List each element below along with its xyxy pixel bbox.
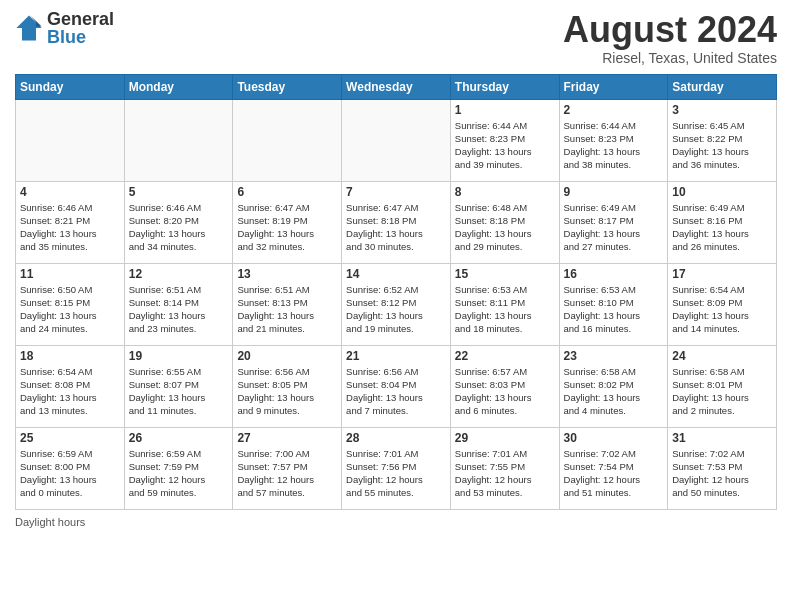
calendar-subtitle: Riesel, Texas, United States (563, 50, 777, 66)
day-number: 17 (672, 267, 772, 281)
calendar-cell: 6Sunrise: 6:47 AM Sunset: 8:19 PM Daylig… (233, 181, 342, 263)
calendar-cell: 27Sunrise: 7:00 AM Sunset: 7:57 PM Dayli… (233, 427, 342, 509)
calendar-cell: 11Sunrise: 6:50 AM Sunset: 8:15 PM Dayli… (16, 263, 125, 345)
calendar-cell: 28Sunrise: 7:01 AM Sunset: 7:56 PM Dayli… (342, 427, 451, 509)
day-number: 1 (455, 103, 555, 117)
calendar-cell (124, 99, 233, 181)
calendar-cell: 22Sunrise: 6:57 AM Sunset: 8:03 PM Dayli… (450, 345, 559, 427)
day-header-sunday: Sunday (16, 74, 125, 99)
day-header-friday: Friday (559, 74, 668, 99)
calendar-cell: 12Sunrise: 6:51 AM Sunset: 8:14 PM Dayli… (124, 263, 233, 345)
day-info: Sunrise: 6:50 AM Sunset: 8:15 PM Dayligh… (20, 283, 120, 336)
calendar-cell (16, 99, 125, 181)
day-info: Sunrise: 7:02 AM Sunset: 7:54 PM Dayligh… (564, 447, 664, 500)
daylight-label: Daylight hours (15, 516, 85, 528)
day-header-row: SundayMondayTuesdayWednesdayThursdayFrid… (16, 74, 777, 99)
logo-icon (15, 14, 43, 42)
svg-marker-0 (16, 15, 41, 40)
calendar-title: August 2024 (563, 10, 777, 50)
header: General Blue August 2024 Riesel, Texas, … (15, 10, 777, 66)
calendar-cell: 1Sunrise: 6:44 AM Sunset: 8:23 PM Daylig… (450, 99, 559, 181)
calendar-cell: 17Sunrise: 6:54 AM Sunset: 8:09 PM Dayli… (668, 263, 777, 345)
day-info: Sunrise: 6:57 AM Sunset: 8:03 PM Dayligh… (455, 365, 555, 418)
day-number: 19 (129, 349, 229, 363)
calendar-cell: 7Sunrise: 6:47 AM Sunset: 8:18 PM Daylig… (342, 181, 451, 263)
day-info: Sunrise: 6:56 AM Sunset: 8:05 PM Dayligh… (237, 365, 337, 418)
week-row-4: 18Sunrise: 6:54 AM Sunset: 8:08 PM Dayli… (16, 345, 777, 427)
week-row-5: 25Sunrise: 6:59 AM Sunset: 8:00 PM Dayli… (16, 427, 777, 509)
day-number: 24 (672, 349, 772, 363)
day-info: Sunrise: 6:59 AM Sunset: 7:59 PM Dayligh… (129, 447, 229, 500)
day-number: 26 (129, 431, 229, 445)
day-info: Sunrise: 6:47 AM Sunset: 8:18 PM Dayligh… (346, 201, 446, 254)
day-info: Sunrise: 6:54 AM Sunset: 8:08 PM Dayligh… (20, 365, 120, 418)
week-row-3: 11Sunrise: 6:50 AM Sunset: 8:15 PM Dayli… (16, 263, 777, 345)
calendar-cell: 9Sunrise: 6:49 AM Sunset: 8:17 PM Daylig… (559, 181, 668, 263)
logo-blue-text: Blue (47, 28, 114, 46)
day-info: Sunrise: 6:59 AM Sunset: 8:00 PM Dayligh… (20, 447, 120, 500)
calendar-cell: 31Sunrise: 7:02 AM Sunset: 7:53 PM Dayli… (668, 427, 777, 509)
page: General Blue August 2024 Riesel, Texas, … (0, 0, 792, 612)
calendar-cell: 3Sunrise: 6:45 AM Sunset: 8:22 PM Daylig… (668, 99, 777, 181)
calendar-cell: 18Sunrise: 6:54 AM Sunset: 8:08 PM Dayli… (16, 345, 125, 427)
calendar-cell: 20Sunrise: 6:56 AM Sunset: 8:05 PM Dayli… (233, 345, 342, 427)
day-info: Sunrise: 6:46 AM Sunset: 8:21 PM Dayligh… (20, 201, 120, 254)
day-info: Sunrise: 6:51 AM Sunset: 8:14 PM Dayligh… (129, 283, 229, 336)
day-number: 5 (129, 185, 229, 199)
calendar-cell: 15Sunrise: 6:53 AM Sunset: 8:11 PM Dayli… (450, 263, 559, 345)
day-number: 14 (346, 267, 446, 281)
day-info: Sunrise: 6:44 AM Sunset: 8:23 PM Dayligh… (564, 119, 664, 172)
day-number: 22 (455, 349, 555, 363)
day-info: Sunrise: 6:56 AM Sunset: 8:04 PM Dayligh… (346, 365, 446, 418)
day-number: 28 (346, 431, 446, 445)
day-number: 15 (455, 267, 555, 281)
calendar-cell: 30Sunrise: 7:02 AM Sunset: 7:54 PM Dayli… (559, 427, 668, 509)
day-number: 8 (455, 185, 555, 199)
day-info: Sunrise: 6:53 AM Sunset: 8:10 PM Dayligh… (564, 283, 664, 336)
calendar-cell: 19Sunrise: 6:55 AM Sunset: 8:07 PM Dayli… (124, 345, 233, 427)
day-header-saturday: Saturday (668, 74, 777, 99)
calendar-cell: 8Sunrise: 6:48 AM Sunset: 8:18 PM Daylig… (450, 181, 559, 263)
day-number: 7 (346, 185, 446, 199)
logo: General Blue (15, 10, 114, 46)
footer: Daylight hours (15, 516, 777, 528)
calendar-cell: 14Sunrise: 6:52 AM Sunset: 8:12 PM Dayli… (342, 263, 451, 345)
day-number: 10 (672, 185, 772, 199)
day-header-thursday: Thursday (450, 74, 559, 99)
day-number: 30 (564, 431, 664, 445)
logo-text: General Blue (47, 10, 114, 46)
day-info: Sunrise: 7:02 AM Sunset: 7:53 PM Dayligh… (672, 447, 772, 500)
day-number: 18 (20, 349, 120, 363)
day-number: 29 (455, 431, 555, 445)
calendar-cell: 4Sunrise: 6:46 AM Sunset: 8:21 PM Daylig… (16, 181, 125, 263)
day-info: Sunrise: 6:51 AM Sunset: 8:13 PM Dayligh… (237, 283, 337, 336)
calendar-cell: 21Sunrise: 6:56 AM Sunset: 8:04 PM Dayli… (342, 345, 451, 427)
day-number: 13 (237, 267, 337, 281)
day-info: Sunrise: 6:45 AM Sunset: 8:22 PM Dayligh… (672, 119, 772, 172)
title-area: August 2024 Riesel, Texas, United States (563, 10, 777, 66)
calendar-cell: 23Sunrise: 6:58 AM Sunset: 8:02 PM Dayli… (559, 345, 668, 427)
day-info: Sunrise: 6:46 AM Sunset: 8:20 PM Dayligh… (129, 201, 229, 254)
day-number: 9 (564, 185, 664, 199)
week-row-1: 1Sunrise: 6:44 AM Sunset: 8:23 PM Daylig… (16, 99, 777, 181)
calendar-cell: 10Sunrise: 6:49 AM Sunset: 8:16 PM Dayli… (668, 181, 777, 263)
day-info: Sunrise: 6:54 AM Sunset: 8:09 PM Dayligh… (672, 283, 772, 336)
calendar-cell: 13Sunrise: 6:51 AM Sunset: 8:13 PM Dayli… (233, 263, 342, 345)
calendar-cell: 16Sunrise: 6:53 AM Sunset: 8:10 PM Dayli… (559, 263, 668, 345)
calendar-cell: 2Sunrise: 6:44 AM Sunset: 8:23 PM Daylig… (559, 99, 668, 181)
day-number: 21 (346, 349, 446, 363)
day-number: 20 (237, 349, 337, 363)
day-number: 4 (20, 185, 120, 199)
day-number: 23 (564, 349, 664, 363)
calendar-cell: 26Sunrise: 6:59 AM Sunset: 7:59 PM Dayli… (124, 427, 233, 509)
day-number: 16 (564, 267, 664, 281)
week-row-2: 4Sunrise: 6:46 AM Sunset: 8:21 PM Daylig… (16, 181, 777, 263)
day-number: 3 (672, 103, 772, 117)
day-number: 31 (672, 431, 772, 445)
day-number: 2 (564, 103, 664, 117)
day-number: 6 (237, 185, 337, 199)
day-info: Sunrise: 7:00 AM Sunset: 7:57 PM Dayligh… (237, 447, 337, 500)
day-header-wednesday: Wednesday (342, 74, 451, 99)
day-number: 27 (237, 431, 337, 445)
logo-general-text: General (47, 10, 114, 28)
